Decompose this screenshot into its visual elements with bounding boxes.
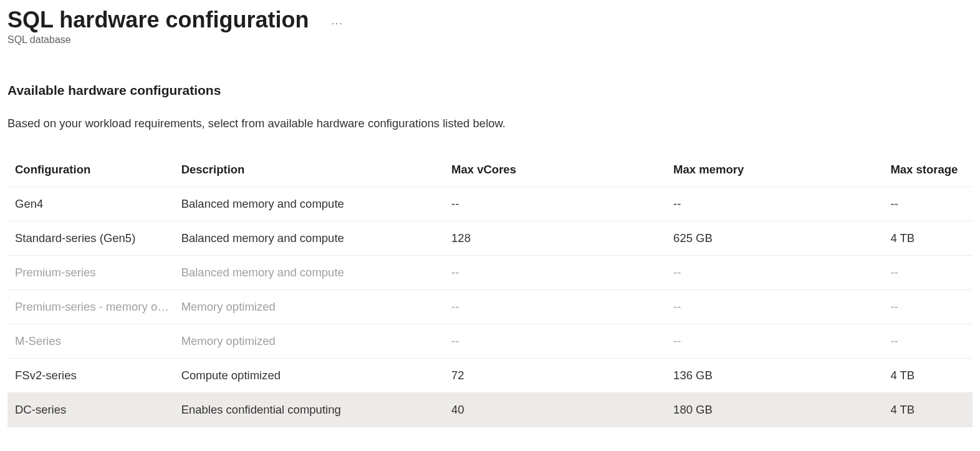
page-title: SQL hardware configuration (7, 6, 309, 33)
cell-description: Memory optimized (181, 290, 451, 324)
cell-max-memory: -- (673, 324, 890, 359)
cell-max-memory: -- (673, 256, 890, 290)
column-header-max-storage[interactable]: Max storage (890, 157, 973, 187)
cell-max-storage: 4 TB (890, 393, 973, 427)
cell-max-storage: -- (890, 256, 973, 290)
cell-max-vcores: 128 (451, 221, 673, 256)
cell-configuration: Gen4 (7, 187, 181, 221)
table-row[interactable]: Gen4Balanced memory and compute------ (7, 187, 973, 221)
cell-max-memory: -- (673, 187, 890, 221)
cell-description: Balanced memory and compute (181, 187, 451, 221)
cell-description: Balanced memory and compute (181, 256, 451, 290)
cell-description: Memory optimized (181, 324, 451, 359)
table-row[interactable]: Premium-series - memory optimizedMemory … (7, 290, 973, 324)
cell-max-vcores: -- (451, 290, 673, 324)
cell-max-vcores: -- (451, 256, 673, 290)
cell-configuration: Premium-series (7, 256, 181, 290)
table-row[interactable]: DC-seriesEnables confidential computing4… (7, 393, 973, 427)
cell-configuration: FSv2-series (7, 359, 181, 393)
cell-configuration: Premium-series - memory optimized (7, 290, 181, 324)
column-header-description[interactable]: Description (181, 157, 451, 187)
cell-max-memory: 136 GB (673, 359, 890, 393)
table-row[interactable]: Standard-series (Gen5)Balanced memory an… (7, 221, 973, 256)
section-description: Based on your workload requirements, sel… (7, 117, 973, 130)
cell-max-storage: -- (890, 290, 973, 324)
cell-max-storage: 4 TB (890, 221, 973, 256)
page-subtitle: SQL database (7, 34, 973, 46)
section-heading: Available hardware configurations (7, 83, 973, 98)
cell-configuration: Standard-series (Gen5) (7, 221, 181, 256)
table-row[interactable]: M-SeriesMemory optimized------ (7, 324, 973, 359)
cell-configuration: M-Series (7, 324, 181, 359)
column-header-max-vcores[interactable]: Max vCores (451, 157, 673, 187)
column-header-max-memory[interactable]: Max memory (673, 157, 890, 187)
cell-max-vcores: 40 (451, 393, 673, 427)
cell-max-memory: 180 GB (673, 393, 890, 427)
cell-max-vcores: -- (451, 324, 673, 359)
cell-description: Compute optimized (181, 359, 451, 393)
column-header-configuration[interactable]: Configuration (7, 157, 181, 187)
cell-max-memory: -- (673, 290, 890, 324)
cell-description: Enables confidential computing (181, 393, 451, 427)
cell-max-memory: 625 GB (673, 221, 890, 256)
hardware-config-table: Configuration Description Max vCores Max… (7, 157, 973, 427)
cell-max-storage: 4 TB (890, 359, 973, 393)
cell-max-vcores: -- (451, 187, 673, 221)
cell-description: Balanced memory and compute (181, 221, 451, 256)
table-row[interactable]: Premium-seriesBalanced memory and comput… (7, 256, 973, 290)
cell-configuration: DC-series (7, 393, 181, 427)
more-actions-button[interactable]: ··· (326, 16, 348, 32)
cell-max-storage: -- (890, 324, 973, 359)
table-row[interactable]: FSv2-seriesCompute optimized72136 GB4 TB (7, 359, 973, 393)
cell-max-storage: -- (890, 187, 973, 221)
cell-max-vcores: 72 (451, 359, 673, 393)
